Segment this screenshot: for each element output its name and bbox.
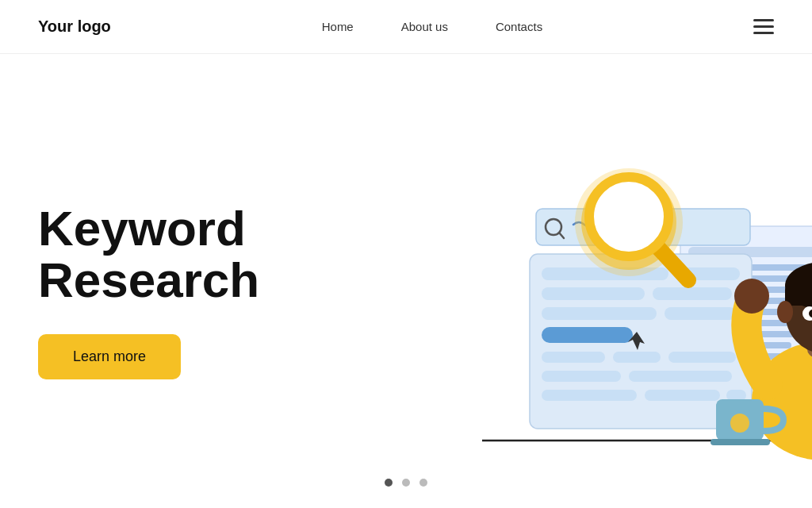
hero-headline: Keyword Research (38, 202, 292, 306)
nav-link-contacts[interactable]: Contacts (496, 20, 542, 33)
nav-links: Home About us Contacts (322, 20, 542, 34)
svg-rect-23 (653, 287, 732, 300)
hamburger-line-3 (753, 32, 774, 34)
hero-illustration (292, 78, 774, 504)
dot-3[interactable] (419, 479, 427, 487)
hero-left: Keyword Research Learn more (38, 202, 292, 379)
nav-item-contacts[interactable]: Contacts (496, 20, 542, 34)
svg-rect-63 (710, 439, 770, 445)
svg-point-47 (777, 301, 793, 323)
svg-rect-29 (613, 352, 661, 363)
hamburger-line-1 (753, 19, 774, 21)
dot-2[interactable] (402, 479, 410, 487)
learn-more-button[interactable]: Learn more (38, 334, 181, 379)
nav-item-about[interactable]: About us (401, 20, 448, 34)
pagination-dots (385, 479, 427, 487)
svg-rect-32 (629, 371, 732, 382)
svg-rect-24 (542, 307, 657, 320)
hamburger-line-2 (753, 25, 774, 28)
nav-item-home[interactable]: Home (322, 20, 354, 34)
navbar: Your logo Home About us Contacts (0, 0, 812, 54)
svg-rect-26 (542, 327, 633, 343)
hero-section: Keyword Research Learn more (0, 54, 812, 504)
svg-rect-31 (542, 371, 621, 382)
svg-rect-22 (542, 287, 645, 300)
svg-rect-25 (665, 307, 736, 320)
svg-rect-35 (726, 390, 746, 401)
nav-link-home[interactable]: Home (322, 20, 354, 33)
svg-rect-30 (668, 352, 736, 363)
svg-point-54 (734, 279, 769, 314)
svg-rect-33 (542, 390, 637, 401)
illustration-svg (435, 99, 812, 472)
dot-1[interactable] (385, 479, 393, 487)
svg-point-62 (730, 414, 749, 433)
nav-link-about[interactable]: About us (401, 20, 448, 33)
logo: Your logo (38, 17, 111, 36)
hamburger-menu[interactable] (753, 19, 774, 34)
svg-rect-34 (645, 390, 720, 401)
svg-rect-28 (542, 352, 605, 363)
